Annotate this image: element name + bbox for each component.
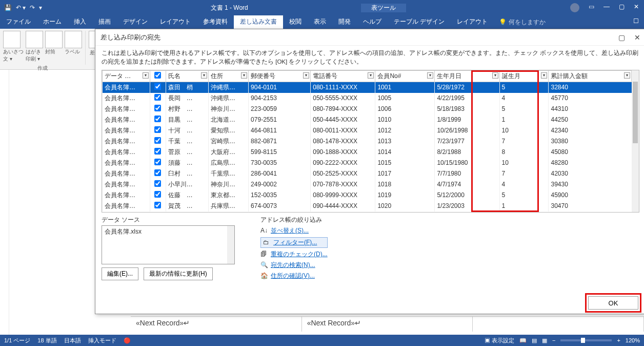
- data-source-item[interactable]: 会員名簿.xlsx: [105, 228, 142, 235]
- dropdown-icon[interactable]: ▾: [541, 72, 547, 79]
- postcard-icon[interactable]: [26, 31, 43, 48]
- account-icon[interactable]: [570, 3, 579, 12]
- dropdown-icon[interactable]: ▾: [492, 72, 498, 79]
- row-checkbox[interactable]: [154, 94, 161, 101]
- dropdown-icon[interactable]: ▾: [427, 72, 433, 79]
- zoom-knob[interactable]: [581, 338, 585, 343]
- undo-icon[interactable]: ↶ ▾: [16, 4, 26, 11]
- ribbon-display-icon[interactable]: ▭: [589, 3, 594, 12]
- list-scrollbar[interactable]: [227, 226, 234, 264]
- table-row[interactable]: 会員名簿…目黒 …北海道…079-2551050-4445-XXXX10101/…: [103, 114, 632, 125]
- col-zip[interactable]: 郵便番号▾: [249, 70, 311, 82]
- dialog-close-icon[interactable]: ✕: [634, 33, 640, 42]
- row-checkbox[interactable]: [154, 202, 161, 208]
- col-dob[interactable]: 生年月日▾: [435, 70, 499, 82]
- dropdown-icon[interactable]: ▾: [143, 72, 149, 79]
- dropdown-icon[interactable]: ▾: [368, 72, 374, 79]
- row-checkbox[interactable]: [154, 159, 161, 165]
- table-row[interactable]: 会員名簿…臼村 …千葉県…286-0041050-2525-XXXX10177/…: [103, 168, 632, 179]
- col-datasource[interactable]: データ …▾: [103, 70, 150, 82]
- scrollbar-thumb[interactable]: [633, 82, 638, 143]
- status-language[interactable]: 日本語: [64, 337, 81, 344]
- col-name[interactable]: 氏名▾: [166, 70, 208, 82]
- display-settings[interactable]: ▣ 表示設定: [485, 337, 514, 344]
- tab-review[interactable]: 校閲: [283, 15, 308, 29]
- tab-references[interactable]: 参考資料: [197, 15, 234, 29]
- tab-mailings[interactable]: 差し込み文書: [234, 15, 283, 29]
- tab-design[interactable]: デザイン: [117, 15, 154, 29]
- table-row[interactable]: 会員名簿…小早川…神奈川…249-0002070-7878-XXXX10184/…: [103, 179, 632, 190]
- row-checkbox[interactable]: [154, 180, 161, 187]
- minimize-icon[interactable]: —: [603, 3, 610, 12]
- merge-field-cell[interactable]: «Next Record»↵: [131, 317, 302, 332]
- row-checkbox[interactable]: [154, 148, 161, 155]
- tab-help[interactable]: ヘルプ: [357, 15, 388, 29]
- tab-view[interactable]: 表示: [308, 15, 332, 29]
- dropdown-icon[interactable]: ▾: [624, 72, 630, 79]
- table-row[interactable]: 会員名簿…佐藤 …東京都…152-0035080-9999-XXXX10195/…: [103, 190, 632, 201]
- tab-insert[interactable]: 挿入: [68, 15, 92, 29]
- tab-table-design[interactable]: テーブル デザイン: [388, 15, 451, 29]
- table-row[interactable]: 会員名簿…村野 …神奈川…223-0059080-7894-XXXX10065/…: [103, 104, 632, 114]
- zoom-out-icon[interactable]: −: [552, 337, 555, 343]
- dropdown-icon[interactable]: ▾: [241, 72, 247, 79]
- greeting-icon[interactable]: [3, 31, 21, 48]
- sort-link[interactable]: A↓並べ替え(S)...: [260, 226, 328, 235]
- envelope-icon[interactable]: [45, 31, 63, 48]
- qat-customize-icon[interactable]: ▾: [39, 4, 42, 11]
- status-page[interactable]: 1/1 ページ: [4, 337, 30, 344]
- edit-button[interactable]: 編集(E)...: [102, 267, 138, 280]
- zoom-level[interactable]: 120%: [626, 337, 640, 343]
- ok-button[interactable]: OK: [588, 296, 638, 310]
- duplicates-link[interactable]: 🗐重複のチェック(D)...: [260, 250, 328, 259]
- check-all[interactable]: [154, 72, 161, 79]
- col-tel[interactable]: 電話番号▾: [311, 70, 375, 82]
- table-row[interactable]: 会員名簿…須藤 …広島県…730-0035090-2222-XXXX101510…: [103, 158, 632, 168]
- data-source-list[interactable]: 会員名簿.xlsx: [102, 225, 235, 264]
- table-row[interactable]: 会員名簿…長岡 …沖縄県…904-2153050-5555-XXXX10054/…: [103, 93, 632, 104]
- tab-file[interactable]: ファイル: [0, 15, 37, 29]
- row-checkbox[interactable]: [154, 169, 161, 176]
- table-row[interactable]: 会員名簿…十河 …愛知県…464-0811080-0011-XXXX101210…: [103, 125, 632, 136]
- col-checkbox[interactable]: [150, 70, 166, 82]
- table-row[interactable]: 会員名簿…菅原 …大阪府…599-8115090-1888-XXXX10148/…: [103, 147, 632, 158]
- status-wordcount[interactable]: 18 単語: [37, 337, 56, 344]
- find-recipient-link[interactable]: 🔍宛先の検索(N)...: [260, 261, 328, 270]
- row-checkbox[interactable]: [154, 137, 161, 144]
- col-memberno[interactable]: 会員No#▾: [375, 70, 435, 82]
- validate-addresses-link[interactable]: 🏠住所の確認(V)...: [260, 272, 328, 280]
- close-icon[interactable]: ✕: [634, 3, 639, 12]
- refresh-button[interactable]: 最新の情報に更新(H): [144, 267, 213, 280]
- save-icon[interactable]: 💾: [4, 4, 12, 11]
- dialog-maximize-icon[interactable]: ▢: [618, 33, 625, 42]
- share-button[interactable]: ☐: [628, 15, 644, 29]
- tab-layout[interactable]: レイアウト: [154, 15, 197, 29]
- row-checkbox[interactable]: [154, 105, 161, 111]
- view-web-icon[interactable]: ▦: [542, 337, 547, 344]
- dropdown-icon[interactable]: ▾: [201, 72, 207, 79]
- table-scrollbar[interactable]: [632, 70, 639, 212]
- labels-icon[interactable]: [65, 31, 82, 48]
- status-insertmode[interactable]: 挿入モード: [88, 337, 116, 344]
- tab-developer[interactable]: 開発: [332, 15, 357, 29]
- table-row[interactable]: 会員名簿…千葉 …宮崎県…882-0871080-1478-XXXX10137/…: [103, 136, 632, 147]
- filter-link[interactable]: 🗀フィルター(F)...: [260, 237, 328, 248]
- view-print-icon[interactable]: ▤: [532, 337, 537, 344]
- row-checkbox[interactable]: [154, 191, 161, 198]
- maximize-icon[interactable]: ▢: [619, 3, 625, 12]
- row-checkbox[interactable]: [154, 116, 161, 122]
- col-birthmonth[interactable]: 誕生月▾: [499, 70, 549, 82]
- merge-field-cell[interactable]: «Next Record»↵: [302, 317, 473, 332]
- merge-field-cell[interactable]: [473, 317, 644, 332]
- tab-home[interactable]: ホーム: [37, 15, 68, 29]
- tab-table-layout[interactable]: レイアウト: [451, 15, 494, 29]
- tell-me[interactable]: 💡 何をしますか: [499, 15, 546, 29]
- row-checkbox[interactable]: [154, 83, 161, 90]
- col-address[interactable]: 住所▾: [208, 70, 248, 82]
- table-row[interactable]: 会員名簿…森田 梢沖縄県…904-0101080-1111-XXXX10015/…: [103, 82, 632, 93]
- table-row[interactable]: 会員名簿…賀茂 …兵庫県…674-0073090-4444-XXXX10201/…: [103, 201, 632, 212]
- row-checkbox[interactable]: [154, 126, 161, 133]
- tab-draw[interactable]: 描画: [92, 15, 117, 29]
- view-read-icon[interactable]: 📖: [519, 337, 527, 344]
- redo-icon[interactable]: ↷: [30, 4, 35, 11]
